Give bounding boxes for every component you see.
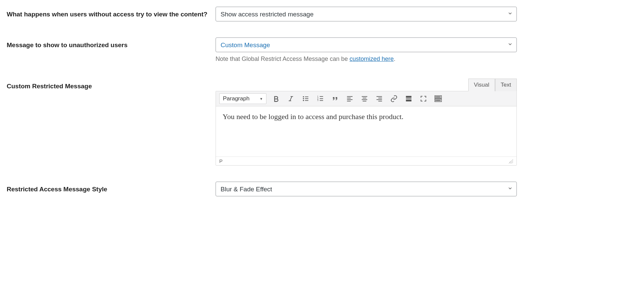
svg-rect-34 (439, 96, 440, 98)
tab-text[interactable]: Text (495, 79, 517, 91)
svg-rect-14 (320, 100, 323, 101)
svg-line-2 (290, 97, 292, 101)
row-message-style: Restricted Access Message Style Blur & F… (7, 182, 637, 196)
svg-rect-28 (406, 98, 412, 99)
svg-rect-8 (305, 100, 308, 101)
toolbar-toggle-button[interactable] (433, 94, 443, 104)
svg-text:3: 3 (317, 99, 319, 101)
svg-rect-20 (363, 98, 367, 98)
read-more-button[interactable] (404, 94, 414, 104)
editor-content[interactable]: You need to be logged in to access and p… (216, 106, 516, 157)
svg-rect-29 (406, 100, 412, 102)
svg-rect-36 (435, 100, 436, 101)
row-no-access-action: What happens when users without access t… (7, 7, 637, 21)
svg-rect-31 (435, 96, 436, 98)
editor-statusbar: P (216, 157, 516, 165)
select-wrap-style: Blur & Fade Effect (216, 182, 517, 196)
svg-rect-18 (347, 101, 351, 101)
svg-rect-39 (439, 100, 440, 101)
editor: Paragraph ▼ 123 (216, 91, 517, 166)
svg-point-3 (303, 96, 304, 98)
note-unauth-message: Note that Global Restrict Access Message… (216, 56, 517, 63)
svg-rect-25 (377, 99, 382, 100)
svg-rect-13 (320, 98, 323, 99)
numbered-list-button[interactable]: 123 (315, 94, 325, 104)
fullscreen-button[interactable] (418, 94, 428, 104)
editor-path: P (219, 158, 223, 164)
align-left-button[interactable] (345, 94, 355, 104)
italic-button[interactable] (286, 94, 296, 104)
svg-rect-23 (377, 96, 382, 97)
control-message-style: Blur & Fade Effect (216, 182, 517, 196)
editor-tabs: Visual Text (216, 79, 517, 91)
triangle-down-icon: ▼ (259, 97, 263, 101)
select-wrap-unauth: Custom Message (216, 37, 517, 52)
align-right-button[interactable] (374, 94, 384, 104)
svg-rect-33 (438, 96, 439, 98)
link-customize-global-message[interactable]: customized here (349, 56, 394, 62)
link-button[interactable] (389, 94, 399, 104)
svg-rect-24 (379, 98, 382, 98)
svg-rect-22 (363, 101, 367, 101)
svg-rect-7 (305, 98, 308, 99)
svg-rect-19 (362, 96, 368, 97)
tab-visual[interactable]: Visual (468, 79, 495, 91)
row-custom-restricted-message: Custom Restricted Message Visual Text Pa… (7, 79, 637, 166)
svg-rect-16 (347, 98, 351, 98)
svg-rect-12 (320, 96, 323, 97)
label-no-access-action: What happens when users without access t… (7, 7, 216, 19)
svg-rect-26 (379, 101, 382, 101)
control-no-access-action: Show access restricted message (216, 7, 517, 21)
editor-toolbar: Paragraph ▼ 123 (216, 91, 516, 106)
select-wrap-no-access: Show access restricted message (216, 7, 517, 21)
svg-point-4 (303, 98, 304, 99)
format-dropdown-label: Paragraph (223, 95, 249, 102)
svg-rect-6 (305, 97, 308, 97)
svg-rect-17 (347, 99, 353, 100)
label-message-style: Restricted Access Message Style (7, 182, 216, 194)
svg-rect-15 (347, 96, 353, 97)
svg-rect-37 (437, 100, 438, 101)
select-unauth-message[interactable]: Custom Message (216, 37, 517, 52)
bullet-list-button[interactable] (301, 94, 311, 104)
format-dropdown[interactable]: Paragraph ▼ (219, 93, 266, 104)
control-unauth-message: Custom Message Note that Global Restrict… (216, 37, 517, 63)
select-no-access-action[interactable]: Show access restricted message (216, 7, 517, 21)
select-message-style[interactable]: Blur & Fade Effect (216, 182, 517, 196)
svg-rect-27 (406, 96, 412, 98)
label-unauth-message: Message to show to unauthorized users (7, 37, 216, 50)
blockquote-button[interactable] (330, 94, 340, 104)
bold-button[interactable] (271, 94, 281, 104)
label-custom-restricted-message: Custom Restricted Message (7, 79, 216, 91)
row-unauth-message: Message to show to unauthorized users Cu… (7, 37, 637, 63)
svg-rect-38 (438, 100, 439, 101)
svg-rect-21 (362, 99, 368, 100)
control-custom-restricted-message: Visual Text Paragraph ▼ 123 (216, 79, 517, 166)
resize-grip-icon[interactable] (508, 159, 513, 164)
svg-point-5 (303, 100, 304, 101)
svg-rect-32 (437, 96, 438, 98)
align-center-button[interactable] (359, 94, 370, 104)
